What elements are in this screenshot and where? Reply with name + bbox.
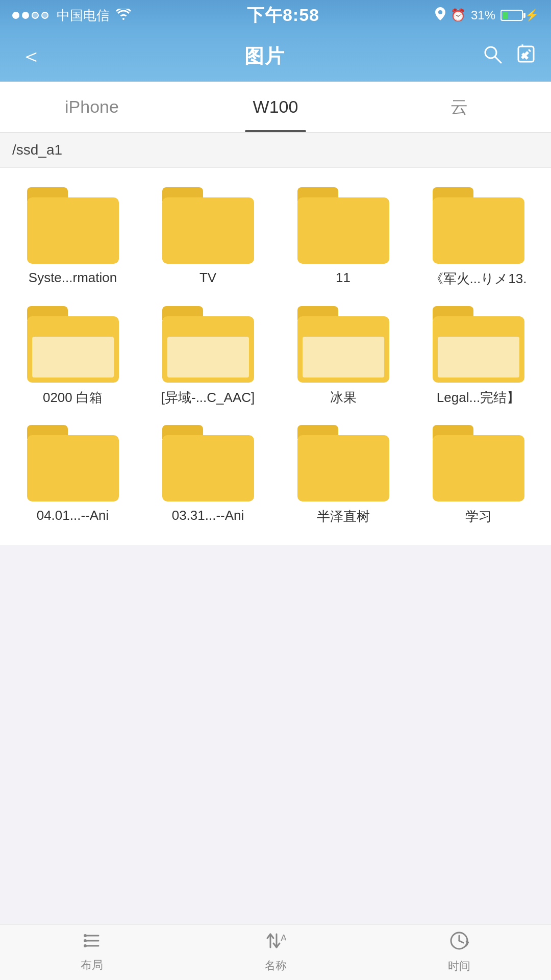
folder-icon [433, 306, 524, 383]
folder-item[interactable]: 《军火...りメ13. [411, 178, 546, 297]
tab-cloud[interactable]: 云 [367, 82, 551, 132]
folder-icon [162, 187, 254, 264]
signal-dots [12, 12, 48, 19]
svg-point-8 [84, 939, 87, 942]
name-label: 名称 [264, 958, 287, 973]
folder-item[interactable]: 04.01...--Ani [5, 416, 140, 535]
signal-dot-1 [12, 12, 19, 19]
folder-icon [297, 306, 389, 383]
folder-name: 学习 [465, 508, 492, 525]
folder-item[interactable]: 11 [276, 178, 411, 297]
layout-icon [82, 932, 102, 954]
folder-name: 0200 白箱 [43, 389, 103, 407]
signal-dot-4 [41, 12, 48, 19]
folder-name: 04.01...--Ani [37, 508, 109, 523]
tab-w100[interactable]: W100 [184, 82, 367, 132]
folder-item[interactable]: Syste...rmation [5, 178, 140, 297]
signal-dot-2 [22, 12, 29, 19]
nav-actions [483, 44, 536, 68]
folder-name: Legal...完结】 [437, 389, 520, 407]
battery-indicator: ⚡ [500, 9, 539, 22]
folder-name: 冰果 [330, 389, 357, 407]
svg-point-9 [84, 944, 87, 947]
current-path: /ssd_a1 [12, 142, 62, 158]
folder-item[interactable]: Legal...完结】 [411, 297, 546, 416]
folder-name: 03.31...--Ani [172, 508, 244, 523]
folder-item[interactable]: [异域-...C_AAC] [140, 297, 276, 416]
folder-icon [162, 425, 254, 501]
folder-name: 《军火...りメ13. [430, 270, 527, 288]
folder-item[interactable]: TV [140, 178, 276, 297]
folder-name: TV [199, 270, 216, 286]
location-icon [435, 7, 445, 23]
nav-title: 图片 [244, 43, 285, 69]
alarm-icon: ⏰ [450, 8, 466, 22]
folder-icon [27, 306, 119, 383]
bottom-layout[interactable]: 布局 [0, 932, 184, 973]
search-icon[interactable] [483, 44, 502, 68]
folder-item[interactable]: 学习 [411, 416, 546, 535]
folder-name: [异域-...C_AAC] [161, 389, 255, 407]
folder-grid: Syste...rmationTV11《军火...りメ13.0200 白箱[异域… [0, 168, 551, 545]
svg-point-7 [84, 934, 87, 937]
time-label: 时间 [448, 959, 470, 974]
status-bar: 中国电信 下午8:58 ⏰ 31% ⚡ [0, 0, 551, 31]
svg-line-1 [495, 57, 501, 63]
bottom-name[interactable]: A 名称 [184, 931, 367, 973]
svg-line-15 [459, 941, 463, 943]
folder-item[interactable]: 0200 白箱 [5, 297, 140, 416]
back-button[interactable]: ＜ [15, 37, 47, 76]
folder-item[interactable]: 03.31...--Ani [140, 416, 276, 535]
folder-icon [297, 187, 389, 264]
carrier-label: 中国电信 [57, 7, 110, 24]
folder-icon [27, 425, 119, 501]
folder-icon [297, 425, 389, 501]
folder-name: 11 [336, 270, 350, 286]
status-left: 中国电信 [12, 7, 131, 24]
time-icon [449, 931, 469, 956]
svg-text:A: A [281, 933, 286, 943]
tab-iphone[interactable]: iPhone [0, 82, 184, 132]
name-sort-icon: A [265, 931, 286, 955]
folder-icon [433, 187, 524, 264]
wifi-icon [116, 8, 131, 23]
folder-item[interactable]: 半泽直树 [276, 416, 411, 535]
folder-name: Syste...rmation [29, 270, 117, 286]
path-bar: /ssd_a1 [0, 133, 551, 168]
status-time: 下午8:58 [247, 4, 319, 27]
signal-dot-3 [32, 12, 39, 19]
nav-bar: ＜ 图片 [0, 31, 551, 82]
tab-bar: iPhone W100 云 [0, 82, 551, 133]
folder-item[interactable]: 冰果 [276, 297, 411, 416]
bottom-time[interactable]: 时间 [367, 931, 551, 974]
folder-icon [27, 187, 119, 264]
folder-icon [162, 306, 254, 383]
folder-name: 半泽直树 [317, 508, 370, 525]
folder-icon [433, 425, 524, 501]
edit-icon[interactable] [516, 44, 536, 68]
bottom-bar: 布局 A 名称 时间 [0, 924, 551, 980]
battery-percent: 31% [471, 8, 495, 22]
layout-label: 布局 [81, 958, 103, 973]
status-right: ⏰ 31% ⚡ [435, 7, 539, 23]
